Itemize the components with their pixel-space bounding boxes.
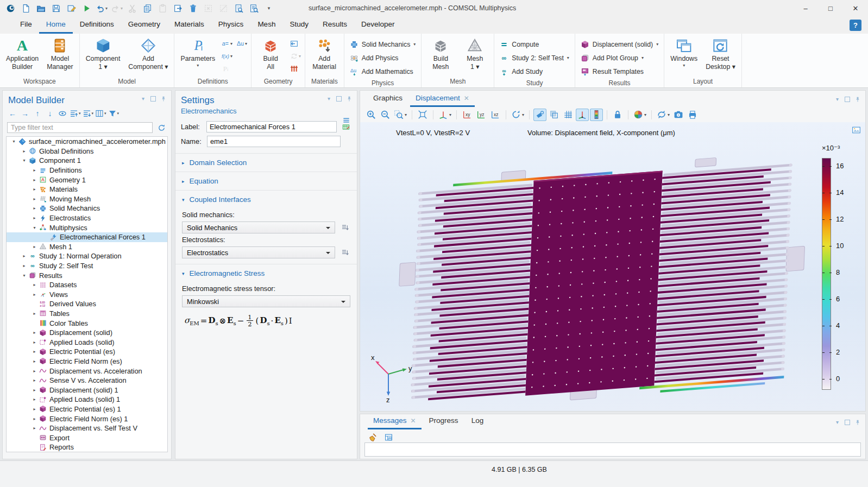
ribbon-button-displacement-solid-[interactable]: Displacement (solid)▾ xyxy=(578,37,661,51)
view-yz-button[interactable]: yz xyxy=(475,109,488,121)
tree-item-multiphysics[interactable]: ▾Multiphysics xyxy=(7,223,167,232)
show-toggle-button[interactable] xyxy=(57,108,68,119)
zoom-box-button[interactable]: ▾ xyxy=(393,109,408,121)
tree-expander-icon[interactable]: ▸ xyxy=(30,369,39,374)
deselect-objects-button[interactable] xyxy=(216,2,230,15)
section-header-coupled-interfaces[interactable]: ▾Coupled Interfaces xyxy=(175,190,357,208)
ribbon-button-study-2-self-test[interactable]: ∞Study 2: Self Test▾ xyxy=(497,51,571,65)
tree-expander-icon[interactable]: ▸ xyxy=(30,244,39,249)
menu-physics[interactable]: Physics xyxy=(211,16,251,34)
toolbar-options-button[interactable]: ▾ xyxy=(262,2,276,15)
ribbon-button-add-study[interactable]: ∞Add Study xyxy=(497,65,571,78)
ribbon-button-add-plot-group[interactable]: Add Plot Group▾ xyxy=(578,51,661,65)
panel-menu-icon[interactable]: ▾ xyxy=(325,95,332,102)
grid-toggle-button[interactable] xyxy=(562,109,575,121)
tree-item-materials[interactable]: ▸Materials xyxy=(7,185,167,194)
print-button[interactable] xyxy=(686,109,699,121)
section-header-domain-selection[interactable]: ▸Domain Selection xyxy=(175,153,357,172)
panel-menu-icon[interactable]: ▾ xyxy=(834,96,841,103)
move-down-button[interactable]: ↓ xyxy=(45,108,55,119)
float-panel-icon[interactable] xyxy=(336,96,342,102)
maximize-button[interactable]: □ xyxy=(818,0,843,16)
messages-content[interactable] xyxy=(364,442,861,457)
tree-expander-icon[interactable]: ▾ xyxy=(20,273,28,278)
paste-button[interactable] xyxy=(155,2,169,15)
save-as-button[interactable] xyxy=(64,2,78,15)
tree-item-geometry-1[interactable]: ▸AGeometry 1 xyxy=(7,175,167,185)
zoom-extents-button[interactable] xyxy=(416,109,429,121)
ribbon-button-delta-u[interactable]: Δu▾ xyxy=(235,37,248,49)
tree-expander-icon[interactable]: ▾ xyxy=(20,158,28,163)
run-model-button[interactable] xyxy=(79,2,93,15)
go-to-source-button[interactable] xyxy=(339,247,350,258)
graphics-tab-displacement[interactable]: Displacement✕ xyxy=(410,91,475,107)
tree-expander-icon[interactable]: ▾ xyxy=(10,139,18,144)
scene-light-button[interactable] xyxy=(533,109,546,121)
ribbon-button-insert-sequence[interactable] xyxy=(288,37,300,49)
ribbon-button-component-1[interactable]: Component1 ▾ xyxy=(83,35,124,77)
menu-materials[interactable]: Materials xyxy=(167,16,211,34)
model-tree-columns-button[interactable]: ▾ xyxy=(95,108,106,119)
plot-area[interactable]: VtestL=0 V, VtestR=2 V Volume: Displacem… xyxy=(360,122,865,411)
messages-tab-messages[interactable]: Messages✕ xyxy=(368,413,422,429)
tree-item-views[interactable]: ▸Views xyxy=(7,290,167,300)
plot-window-icon[interactable] xyxy=(852,125,861,137)
tree-expander-icon[interactable]: ▸ xyxy=(20,263,28,268)
section-header-electromagnetic-stress[interactable]: ▾Electromagnetic Stress xyxy=(175,264,357,282)
ribbon-button-solid-mechanics[interactable]: Solid Mechanics▾ xyxy=(347,37,419,51)
close-tab-icon[interactable]: ✕ xyxy=(411,413,416,428)
tree-expander-icon[interactable]: ▸ xyxy=(30,416,39,421)
select-objects-button[interactable] xyxy=(201,2,215,15)
float-panel-icon[interactable] xyxy=(845,97,850,102)
tree-item-export[interactable]: Export xyxy=(7,433,167,442)
tree-expander-icon[interactable]: ▸ xyxy=(30,206,39,211)
ribbon-button-pi-gray[interactable]: Pi xyxy=(220,62,231,74)
refresh-icon[interactable] xyxy=(156,122,167,133)
tree-item-solid-mechanics[interactable]: ▸Solid Mechanics xyxy=(7,204,167,213)
tree-item-component-1[interactable]: ▾Component 1 xyxy=(7,156,167,166)
tree-item-applied-loads-solid-1[interactable]: ▸Applied Loads (solid) 1 xyxy=(7,395,167,404)
tree-item-electric-potential-es-[interactable]: ▸Electric Potential (es) xyxy=(7,347,167,357)
duplicate-button[interactable] xyxy=(171,2,185,15)
pin-icon[interactable] xyxy=(854,96,861,103)
ribbon-button-windows[interactable]: Windows▾ xyxy=(667,35,701,77)
combobox-minkowski[interactable]: Minkowski xyxy=(182,295,350,307)
tree-item-displacement-solid-1[interactable]: ▸Displacement (solid) 1 xyxy=(7,385,167,395)
expand-all-button[interactable]: ▾ xyxy=(70,108,81,119)
tree-expander-icon[interactable]: ▸ xyxy=(30,187,39,192)
tree-item-sense-v-vs-acceleration[interactable]: ▸Sense V vs. Acceleration xyxy=(7,376,167,385)
cut-button[interactable] xyxy=(125,2,139,15)
menu-geometry[interactable]: Geometry xyxy=(121,16,167,34)
messages-tab-progress[interactable]: Progress xyxy=(424,413,464,429)
tree-item-color-tables[interactable]: Color Tables xyxy=(7,318,167,328)
ribbon-button-reset-desktop[interactable]: ResetDesktop ▾ xyxy=(702,35,739,77)
pin-icon[interactable] xyxy=(345,95,353,102)
pin-icon[interactable] xyxy=(854,419,861,426)
ribbon-button-add-component[interactable]: AddComponent ▾ xyxy=(125,35,171,77)
collapse-all-button[interactable]: ▾ xyxy=(83,108,94,119)
help-button[interactable]: ? xyxy=(850,20,861,31)
open-file-button[interactable] xyxy=(34,2,48,15)
ribbon-button-compute[interactable]: Compute xyxy=(497,37,571,51)
tree-expander-icon[interactable]: ▾ xyxy=(30,225,39,230)
tree-item-displacement-vs-acceleration[interactable]: ▸Displacement vs. Acceleration xyxy=(7,366,167,376)
tree-item-electric-potential-es-1[interactable]: ▸Electric Potential (es) 1 xyxy=(7,404,167,414)
menu-home[interactable]: Home xyxy=(39,16,73,34)
transparency-button[interactable] xyxy=(548,109,561,121)
tree-item-electromechanical-forces-1[interactable]: Electromechanical Forces 1 xyxy=(7,232,167,242)
comsol-logo-button[interactable] xyxy=(3,2,17,15)
color-palette-button[interactable]: ▾ xyxy=(632,109,647,121)
tree-expander-icon[interactable]: ▸ xyxy=(30,378,39,383)
close-button[interactable]: ✕ xyxy=(843,0,868,16)
tree-expander-icon[interactable]: ▸ xyxy=(30,388,39,393)
tree-expander-icon[interactable]: ▸ xyxy=(30,197,39,201)
tree-item-applied-loads-solid-[interactable]: ▸Applied Loads (solid) xyxy=(7,337,167,347)
delete-button[interactable] xyxy=(186,2,200,15)
ribbon-button-add-physics[interactable]: Add Physics xyxy=(347,51,419,65)
menu-definitions[interactable]: Definitions xyxy=(73,16,121,34)
tree-expander-icon[interactable]: ▸ xyxy=(30,216,39,220)
tree-expander-icon[interactable]: ▸ xyxy=(30,292,39,297)
tree-expander-icon[interactable]: ▸ xyxy=(30,330,39,335)
tree-item-definitions[interactable]: ▸Definitions xyxy=(7,166,167,175)
ribbon-button-build-all[interactable]: BuildAll xyxy=(254,35,287,77)
